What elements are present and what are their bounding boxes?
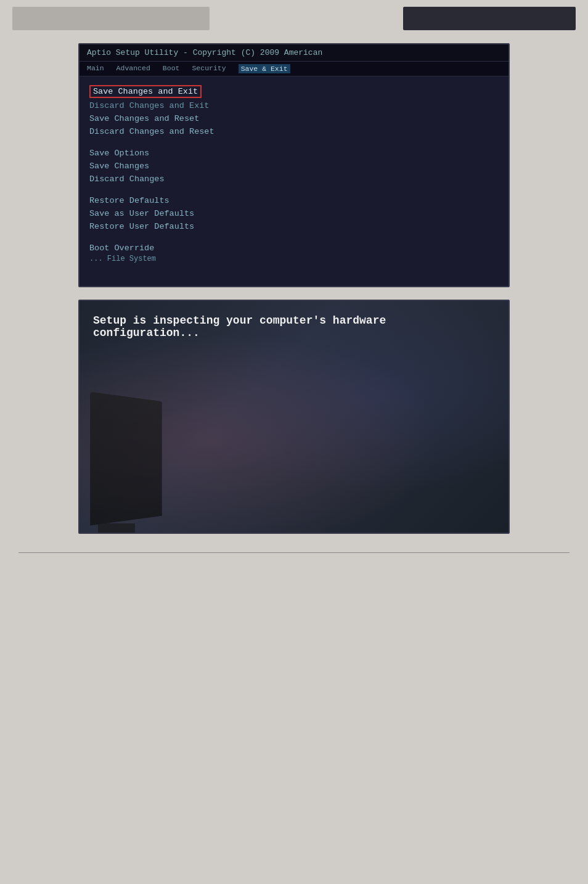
monitor-arm-decoration [98,523,135,533]
bios-item-restore-defaults[interactable]: Restore Defaults [89,194,499,207]
bios-item-save-user-defaults[interactable]: Save as User Defaults [89,207,499,220]
bios-menu-item-save-changes-exit-label: Save Changes and Exit [89,85,202,98]
main-content: Aptio Setup Utility - Copyright (C) 2009… [0,37,588,540]
bios-item-save-changes-reset[interactable]: Save Changes and Reset [89,112,499,125]
top-bar-left-block [12,7,210,30]
bios-nav-advanced[interactable]: Advanced [116,64,150,73]
bios-item-save-changes-exit[interactable]: Save Changes and Exit [89,85,499,99]
setup-screenshot-panel: Setup is inspecting your computer's hard… [78,300,510,534]
bios-item-save-changes[interactable]: Save Changes [89,160,499,173]
bios-item-discard-changes-reset[interactable]: Discard Changes and Reset [89,125,499,138]
bios-group-1: Save Changes and Exit Discard Changes an… [89,85,499,138]
bios-header-text: Aptio Setup Utility - Copyright (C) 2009… [87,48,322,57]
bios-header: Aptio Setup Utility - Copyright (C) 2009… [80,44,508,62]
top-bar-right-block [403,7,576,30]
bios-item-discard-changes-exit[interactable]: Discard Changes and Exit [89,99,499,112]
bios-group-2: Save Options Save Changes Discard Change… [89,147,499,186]
bios-item-discard-changes[interactable]: Discard Changes [89,173,499,186]
bios-nav-boot[interactable]: Boot [163,64,180,73]
bios-nav-main[interactable]: Main [87,64,104,73]
bios-group-4: Boot Override ... File System [89,242,499,263]
bios-body: Save Changes and Exit Discard Changes an… [80,76,508,286]
bios-item-restore-user-defaults[interactable]: Restore User Defaults [89,220,499,233]
bios-screenshot-panel: Aptio Setup Utility - Copyright (C) 2009… [78,43,510,287]
bottom-divider [18,552,570,553]
top-bar [0,0,588,37]
bios-nav-save-exit[interactable]: Save & Exit [239,64,290,73]
bios-nav-security[interactable]: Security [192,64,226,73]
setup-inspection-text: Setup is inspecting your computer's hard… [93,314,495,339]
bios-item-boot-override[interactable]: Boot Override [89,242,499,255]
bios-nav-bar: Main Advanced Boot Security Save & Exit [80,62,508,76]
bios-group-3: Restore Defaults Save as User Defaults R… [89,194,499,233]
bios-item-save-options[interactable]: Save Options [89,147,499,160]
monitor-decoration [90,392,162,526]
bios-item-file-system: ... File System [89,255,499,263]
